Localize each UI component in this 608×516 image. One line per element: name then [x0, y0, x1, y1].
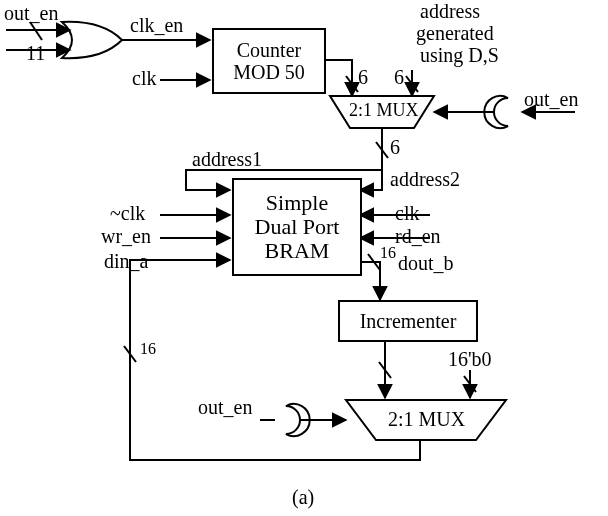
label-out-en-top: out_en — [4, 2, 58, 25]
counter-block: Counter MOD 50 — [212, 28, 326, 94]
label-16: 16 — [380, 244, 396, 262]
label-11: 11 — [26, 42, 45, 65]
label-out-en-bot: out_en — [198, 396, 252, 419]
label-wr-en: wr_en — [101, 225, 151, 248]
counter-line2: MOD 50 — [233, 61, 305, 83]
label-6-right: 6 — [394, 66, 404, 89]
caption: (a) — [292, 486, 314, 509]
label-16-loop: 16 — [140, 340, 156, 358]
incrementer-block: Incrementer — [338, 300, 478, 342]
label-notclk: ~clk — [110, 202, 145, 225]
or-gate — [62, 22, 122, 58]
label-6-below: 6 — [390, 136, 400, 159]
label-clk-top: clk — [132, 67, 156, 90]
label-16b0: 16'b0 — [448, 348, 492, 371]
label-mux1: 2:1 MUX — [349, 100, 419, 121]
label-clk-en: clk_en — [130, 14, 183, 37]
label-generated: generated — [416, 22, 494, 45]
label-dout-b: dout_b — [398, 252, 454, 275]
label-using-ds: using D,S — [420, 44, 499, 67]
label-out-en-right: out_en — [524, 88, 578, 111]
bram-block: Simple Dual Port BRAM — [232, 178, 362, 276]
label-address: address — [420, 0, 480, 23]
bram-line2: Dual Port — [255, 215, 340, 239]
counter-line1: Counter — [237, 39, 301, 61]
label-din-a: din_a — [104, 250, 148, 273]
bram-line3: BRAM — [265, 239, 330, 263]
label-mux2: 2:1 MUX — [388, 408, 465, 431]
diagram-canvas: out_en 11 clk_en clk Counter MOD 50 6 6 … — [0, 0, 608, 516]
incrementer-label: Incrementer — [360, 310, 457, 333]
label-rd-en: rd_en — [395, 225, 441, 248]
label-clk-right: clk — [395, 202, 419, 225]
label-address2: address2 — [390, 168, 460, 191]
label-6-left: 6 — [358, 66, 368, 89]
bram-line1: Simple — [266, 191, 328, 215]
label-address1: address1 — [192, 148, 262, 171]
